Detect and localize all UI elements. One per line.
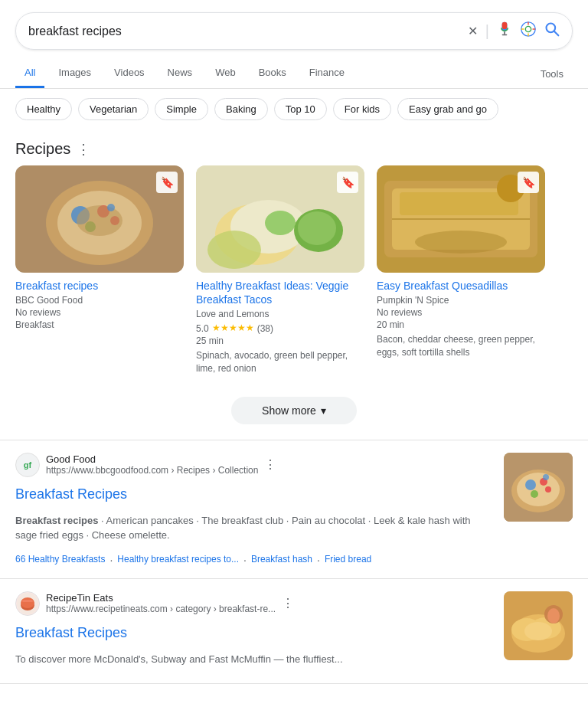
chip-top10[interactable]: Top 10 [274, 98, 327, 120]
svg-point-57 [547, 608, 560, 623]
tab-videos[interactable]: Videos [105, 59, 154, 88]
svg-point-46 [543, 474, 549, 480]
recipe-time-3: 20 min [377, 319, 545, 330]
bookmark-2[interactable]: 🔖 [337, 172, 358, 193]
result-link-hash[interactable]: Breakfast hash [251, 554, 312, 566]
result-link-healthy[interactable]: 66 Healthy Breakfasts [15, 554, 105, 566]
favicon-text-1: gf [24, 460, 31, 470]
result-site-info-2: RecipeTin Eats https://www.recipetineats… [46, 592, 276, 614]
recipe-reviews-1: No reviews [15, 307, 184, 318]
result-snippet-2: To discover more McDonald's, Subway and … [15, 652, 495, 667]
result-site-name-1: Good Food [46, 453, 258, 465]
recipes-header: Recipes ⋮ [0, 129, 588, 165]
recipe-image-2: 🔖 [196, 165, 364, 273]
recipes-title: Recipes [15, 140, 70, 158]
chip-easygrab[interactable]: Easy grab and go [397, 98, 498, 120]
recipe-title-1: Breakfast recipes [15, 279, 184, 293]
svg-point-3 [525, 26, 531, 31]
recipe-category-1: Breakfast [15, 319, 184, 330]
nav-tabs: All Images Videos News Web Books Finance… [0, 59, 588, 89]
svg-rect-1 [502, 34, 508, 36]
result-url-2: https://www.recipetineats.com › category… [46, 604, 276, 614]
search-input[interactable] [28, 25, 460, 38]
stars-2: ★★★★★ [212, 322, 254, 333]
recipe-image-1: 🔖 [15, 165, 184, 273]
recipe-card-2[interactable]: 🔖 Healthy Breakfast Ideas: Veggie Breakf… [196, 165, 364, 375]
search-bar: ✕ | [15, 12, 573, 50]
goodfood-favicon: gf [15, 453, 40, 477]
result-item-goodfood: gf Good Food https://www.bbcgoodfood.com… [0, 440, 588, 579]
tab-finance[interactable]: Finance [300, 59, 354, 88]
svg-point-42 [525, 479, 536, 490]
result-url-1: https://www.bbcgoodfood.com › Recipes › … [46, 465, 258, 476]
chip-simple[interactable]: Simple [155, 98, 208, 120]
show-more-button[interactable]: Show more ▾ [231, 397, 357, 424]
result-links-1: 66 Healthy Breakfasts · Healthy breakfas… [15, 554, 495, 566]
svg-point-55 [524, 622, 552, 640]
recipe-title-3: Easy Breakfast Quesadillas [377, 279, 545, 293]
show-more-wrapper: Show more ▾ [0, 388, 588, 440]
result-more-icon-2[interactable]: ⋮ [282, 596, 294, 610]
chip-vegetarian[interactable]: Vegetarian [78, 98, 149, 120]
result-site-line-2: RecipeTin Eats https://www.recipetineats… [15, 591, 495, 616]
snippet-bold-1: Breakfast recipes [15, 515, 98, 526]
recipe-title-2: Healthy Breakfast Ideas: Veggie Breakfas… [196, 279, 364, 306]
clear-button[interactable]: ✕ [468, 24, 478, 38]
result-thumb-2 [504, 591, 573, 660]
show-more-label: Show more [262, 404, 316, 417]
tab-web[interactable]: Web [206, 59, 245, 88]
bookmark-3[interactable]: 🔖 [518, 172, 539, 193]
recipe-reviews-3: No reviews [377, 307, 545, 318]
search-icons: ✕ | [468, 21, 560, 41]
svg-point-49 [21, 597, 34, 608]
filter-chips: Healthy Vegetarian Simple Baking Top 10 … [0, 89, 588, 129]
lens-button[interactable] [520, 21, 537, 41]
chip-healthy[interactable]: Healthy [15, 98, 72, 120]
result-site-line-1: gf Good Food https://www.bbcgoodfood.com… [15, 453, 495, 477]
svg-rect-50 [22, 600, 33, 602]
result-title-1[interactable]: Breakfast Recipes [15, 486, 495, 502]
recipe-source-1: BBC Good Food [15, 295, 184, 306]
chip-baking[interactable]: Baking [214, 98, 268, 120]
result-link-healthytoo[interactable]: Healthy breakfast recipes to... [117, 554, 239, 566]
recipe-ingredients-2: Spinach, avocado, green bell pepper, lim… [196, 349, 364, 375]
recipe-rating-2: 5.0 [196, 323, 209, 334]
result-link-fried[interactable]: Fried bread [325, 554, 371, 566]
tab-news[interactable]: News [158, 59, 202, 88]
result-snippet-1: Breakfast recipes · American pancakes · … [15, 513, 495, 543]
result-more-icon-1[interactable]: ⋮ [264, 457, 276, 472]
result-item-recipetineats: RecipeTin Eats https://www.recipetineats… [0, 579, 588, 685]
tab-books[interactable]: Books [250, 59, 296, 88]
recipe-source-3: Pumpkin 'N Spice [377, 295, 545, 306]
recipe-time-2: 25 min [196, 335, 364, 346]
tab-images[interactable]: Images [49, 59, 100, 88]
tab-all[interactable]: All [15, 59, 44, 88]
svg-rect-0 [504, 31, 505, 34]
result-site-info-1: Good Food https://www.bbcgoodfood.com › … [46, 453, 258, 476]
recipe-image-3: 🔖 [377, 165, 545, 273]
svg-point-45 [531, 490, 538, 498]
result-title-2[interactable]: Breakfast Recipes [15, 625, 495, 641]
svg-point-41 [517, 473, 560, 506]
recipe-source-2: Love and Lemons [196, 309, 364, 319]
result-thumb-1 [504, 453, 573, 522]
chip-forkids[interactable]: For kids [333, 98, 391, 120]
recipe-ingredients-3: Bacon, cheddar cheese, green pepper, egg… [377, 333, 545, 359]
recipe-reviewcount-2: (38) [257, 323, 273, 334]
mic-button[interactable] [497, 21, 512, 41]
recipe-card-1[interactable]: 🔖 Breakfast recipes BBC Good Food No rev… [15, 165, 184, 375]
bookmark-1[interactable]: 🔖 [156, 172, 178, 193]
recipetineats-favicon [15, 591, 40, 616]
chevron-down-icon: ▾ [321, 404, 326, 417]
recipe-cards-list: 🔖 Breakfast recipes BBC Good Food No rev… [0, 165, 588, 388]
svg-point-44 [545, 486, 551, 493]
svg-line-9 [554, 31, 559, 36]
search-bar-wrapper: ✕ | [0, 0, 588, 59]
search-button[interactable] [544, 21, 560, 41]
recipes-menu-icon[interactable]: ⋮ [77, 141, 90, 158]
divider: | [485, 22, 489, 40]
tools-button[interactable]: Tools [531, 61, 573, 87]
result-site-name-2: RecipeTin Eats [46, 592, 276, 604]
recipe-card-3[interactable]: 🔖 Easy Breakfast Quesadillas Pumpkin 'N … [377, 165, 545, 375]
